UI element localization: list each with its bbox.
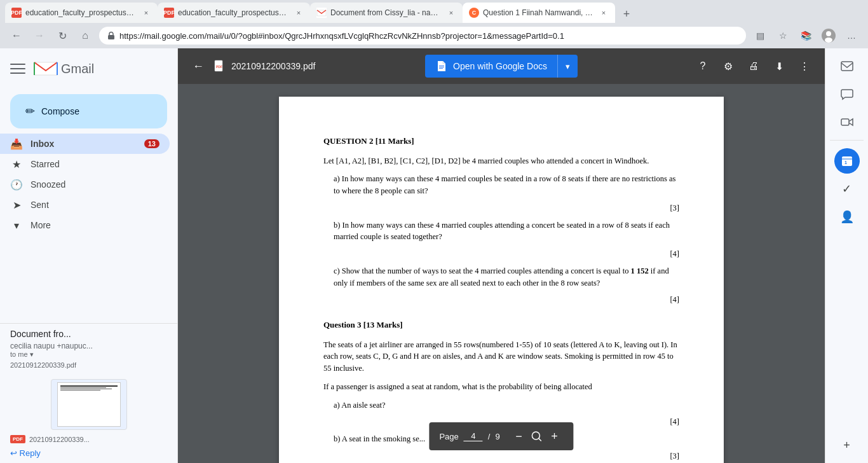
svg-text:PDF: PDF bbox=[216, 65, 222, 69]
email-attachment: 20210912200339.pdf bbox=[10, 361, 167, 369]
sidebar-item-starred[interactable]: ★ Starred bbox=[0, 154, 170, 174]
svg-rect-9 bbox=[439, 66, 444, 66]
compose-label: Compose bbox=[41, 106, 79, 116]
sidebar-item-more[interactable]: ▾ More bbox=[0, 215, 170, 235]
pdf-print-button[interactable]: 🖨 bbox=[743, 56, 764, 76]
svg-text:1: 1 bbox=[844, 160, 847, 165]
pdf-help-button[interactable]: ? bbox=[693, 56, 713, 76]
question3a-text: a) An aisle seat? bbox=[334, 401, 386, 410]
tab-favicon-pdf-2: PDF bbox=[164, 8, 174, 18]
svg-point-3 bbox=[826, 31, 831, 36]
gmail-right-mail-btn[interactable] bbox=[834, 53, 860, 79]
home-button[interactable]: ⌂ bbox=[76, 27, 94, 45]
question3-intro: The seats of a jet airliner are arranged… bbox=[323, 339, 679, 375]
tab-pdf-1[interactable]: PDF education_faculty_prospectus_2C × bbox=[5, 3, 158, 23]
favorites-button[interactable]: ☆ bbox=[774, 27, 792, 45]
forward-button[interactable]: → bbox=[31, 27, 48, 45]
profiles-button[interactable] bbox=[820, 27, 837, 45]
question2b-marks: [4] bbox=[323, 248, 679, 260]
zoom-icon[interactable] bbox=[528, 427, 546, 445]
tab-close-1[interactable]: × bbox=[141, 8, 151, 18]
browser-menu-button[interactable]: … bbox=[843, 27, 860, 45]
gmail-right-contacts-btn[interactable]: 👤 bbox=[834, 204, 860, 230]
open-docs-dropdown-button[interactable]: ▾ bbox=[557, 55, 578, 78]
tab-gmail[interactable]: Document from Cissy_lia - naup... × bbox=[310, 3, 463, 23]
tab-title-2: education_faculty_prospectus_2C bbox=[178, 8, 290, 17]
pdf-back-button[interactable]: ← bbox=[188, 56, 208, 76]
tab-favicon-pdf-1: PDF bbox=[11, 8, 22, 18]
question2c-pre: c) Show that the number of ways to seat … bbox=[334, 266, 628, 275]
tab-close-3[interactable]: × bbox=[446, 8, 456, 18]
tab-close-4[interactable]: × bbox=[599, 8, 609, 18]
page-label: Page bbox=[439, 432, 458, 441]
question2-title: QUESTION 2 [11 Marks] bbox=[323, 135, 679, 148]
gmail-menu-icon[interactable] bbox=[10, 61, 25, 76]
svg-point-4 bbox=[825, 38, 832, 43]
compose-icon: ✏ bbox=[25, 104, 35, 118]
zoom-in-button[interactable]: + bbox=[546, 427, 564, 445]
open-docs-main[interactable]: Open with Google Docs bbox=[425, 55, 557, 78]
more-label: More bbox=[31, 220, 51, 230]
gmail-right-calendar-btn[interactable]: 1 bbox=[834, 148, 860, 174]
reload-button[interactable]: ↻ bbox=[53, 27, 71, 45]
collections-button[interactable]: 📚 bbox=[797, 27, 815, 45]
gmail-right-meet-btn[interactable] bbox=[834, 109, 860, 135]
open-with-docs-button[interactable]: Open with Google Docs ▾ bbox=[425, 55, 578, 78]
starred-label: Starred bbox=[31, 159, 60, 169]
email-to: to me ▾ bbox=[10, 350, 167, 359]
zoom-out-button[interactable]: − bbox=[510, 427, 528, 445]
question2c: c) Show that the number of ways to seat … bbox=[323, 265, 679, 289]
tab-cobalt[interactable]: C Question 1 Fiinah Namwandi, W... × bbox=[463, 3, 615, 23]
email-subject: Document fro... bbox=[10, 329, 167, 339]
question3b-text: b) A seat in the smoking se... bbox=[334, 434, 425, 443]
email-thumbnail bbox=[10, 379, 167, 430]
reply-button[interactable]: ↩ Reply bbox=[10, 448, 167, 458]
sidebar-item-sent[interactable]: ➤ Sent bbox=[0, 195, 170, 215]
tab-favicon-cobalt: C bbox=[469, 8, 479, 18]
svg-rect-15 bbox=[842, 156, 852, 166]
svg-rect-14 bbox=[841, 119, 849, 125]
tab-title-3: Document from Cissy_lia - naup... bbox=[330, 8, 442, 17]
extensions-button[interactable]: ▤ bbox=[751, 27, 769, 45]
question2b-text: b) In how many ways can these 4 married … bbox=[334, 221, 670, 242]
gmail-right-add-btn[interactable]: + bbox=[834, 432, 860, 458]
pdf-content-area: QUESTION 2 [11 Marks] Let [A1, A2], [B1,… bbox=[178, 84, 825, 463]
page-separator: / bbox=[488, 432, 491, 441]
compose-button[interactable]: ✏ Compose bbox=[10, 94, 167, 128]
sidebar-item-inbox[interactable]: 📥 Inbox 13 bbox=[0, 134, 170, 154]
tab-close-2[interactable]: × bbox=[294, 8, 304, 18]
pdf-more-button[interactable]: ⋮ bbox=[794, 56, 815, 76]
svg-rect-10 bbox=[439, 67, 444, 67]
question3b-marks: [3] bbox=[323, 450, 679, 462]
pdf-download-button[interactable]: ⬇ bbox=[769, 56, 789, 76]
pdf-filename: 20210912200339.pdf bbox=[231, 61, 315, 71]
question2-intro: Let [A1, A2], [B1, B2], [C1, C2], [D1, D… bbox=[323, 155, 679, 167]
tab-favicon-gmail bbox=[316, 8, 327, 18]
lock-icon bbox=[107, 31, 116, 40]
pdf-viewer: ← PDF 20210912200339.pdf bbox=[178, 48, 825, 463]
snoozed-label: Snoozed bbox=[31, 179, 65, 190]
pdf-settings-button[interactable]: ⚙ bbox=[718, 56, 738, 76]
question2a: a) In how many ways can these 4 married … bbox=[323, 173, 679, 197]
url-bar[interactable]: https://mail.google.com/mail/u/0/?ogbl#i… bbox=[99, 27, 746, 45]
inbox-icon: 📥 bbox=[10, 138, 23, 150]
gmail-right-tasks-btn[interactable]: ✓ bbox=[834, 176, 860, 202]
tab-pdf-2[interactable]: PDF education_faculty_prospectus_2C × bbox=[158, 3, 310, 23]
question2c-marks: [4] bbox=[323, 294, 679, 306]
page-number-input[interactable] bbox=[464, 431, 483, 441]
svg-rect-13 bbox=[841, 62, 853, 71]
gmail-header: Gmail bbox=[0, 48, 177, 89]
email-filename-tag: PDF 20210912200339... bbox=[10, 435, 167, 443]
page-total: 9 bbox=[495, 432, 499, 441]
gmail-right-chat-btn[interactable] bbox=[834, 81, 860, 107]
question2b: b) In how many ways can these 4 married … bbox=[323, 219, 679, 244]
question2a-marks: [3] bbox=[323, 202, 679, 214]
gmail-logo-text: Gmail bbox=[61, 62, 94, 76]
open-docs-label: Open with Google Docs bbox=[453, 61, 547, 71]
pdf-toolbar-right: ? ⚙ 🖨 ⬇ ⋮ bbox=[693, 56, 815, 76]
back-button[interactable]: ← bbox=[8, 27, 25, 45]
new-tab-button[interactable]: + bbox=[618, 5, 635, 23]
question3-sub: If a passenger is assigned a seat at ran… bbox=[323, 381, 679, 393]
question3-title: Question 3 [13 Marks] bbox=[323, 319, 679, 331]
sidebar-item-snoozed[interactable]: 🕐 Snoozed bbox=[0, 174, 170, 195]
